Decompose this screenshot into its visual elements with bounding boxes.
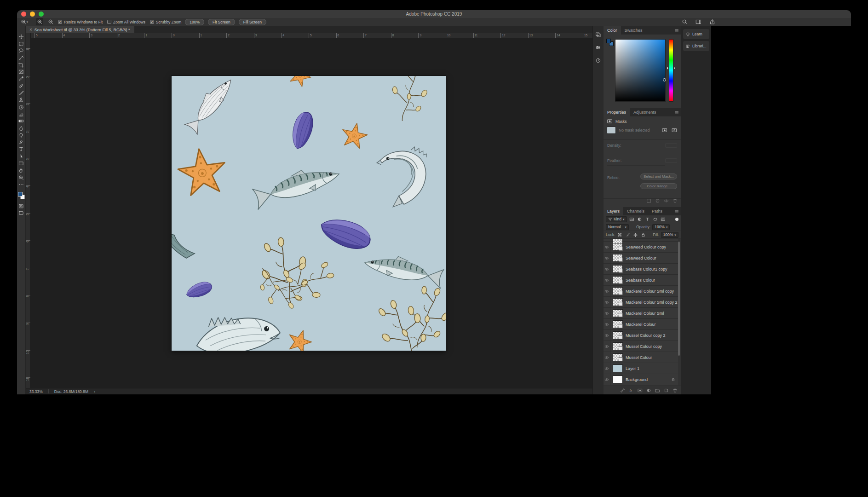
hue-slider[interactable] [669,39,673,102]
shape-filter-button[interactable] [652,216,658,222]
color-picker-marker[interactable] [663,78,666,81]
zoom-in-button[interactable] [36,18,43,25]
layer-row[interactable]: Seabass Colour [604,275,678,286]
visibility-toggle[interactable] [604,308,610,318]
layers-scrollbar[interactable] [678,242,680,356]
spot-healing-tool[interactable] [17,82,25,89]
foreground-color-mini[interactable] [606,39,611,43]
zoom-tool[interactable] [17,174,25,181]
fill-select[interactable]: 100% ▾ [661,232,678,238]
canvas[interactable] [172,76,446,351]
lock-position-button[interactable] [632,232,638,238]
option-resize-windows-to-fit[interactable]: ✓Resize Windows to Fit [58,20,103,24]
color-swatches[interactable] [17,191,25,203]
quick-selection-tool[interactable] [17,54,25,61]
layer-row[interactable]: Seaweed Colour [604,253,678,264]
tab-color[interactable]: Color [604,26,621,35]
tab-properties[interactable]: Properties [604,108,630,116]
rectangle-tool[interactable] [17,160,25,167]
saturation-brightness-field[interactable] [615,39,666,102]
status-options-chevron[interactable]: › [94,389,95,394]
opacity-select[interactable]: 100% ▾ [652,224,670,230]
tool-preset-dropdown[interactable]: ▾ [21,18,28,25]
clone-stamp-tool[interactable] [17,97,25,104]
new-group-button[interactable] [655,387,660,393]
lock-pixels-button[interactable] [625,232,631,238]
visibility-toggle[interactable] [604,297,610,307]
visibility-toggle[interactable] [604,374,610,385]
color-range-button[interactable]: Color Range... [640,183,677,189]
zoom-100-button[interactable]: 100% [185,19,204,25]
blend-mode-select[interactable]: Normal ▾ [606,224,629,230]
fullscreen-window-button[interactable] [39,12,44,17]
apply-mask-button[interactable] [655,197,660,205]
density-slider[interactable] [607,150,665,151]
hand-tool[interactable] [17,167,25,174]
lock-transparency-button[interactable] [617,232,623,238]
visibility-toggle[interactable] [604,363,610,374]
layer-row[interactable]: Mackerel Colour Sml copy 2 [604,297,678,308]
layer-row[interactable]: Layer 1 [604,363,678,374]
move-tool[interactable] [17,33,25,40]
tab-layers[interactable]: Layers [604,207,623,215]
visibility-toggle[interactable] [604,275,610,285]
visibility-toggle[interactable] [604,253,610,263]
dodge-tool[interactable] [17,132,25,139]
canvas-pasteboard[interactable] [31,38,592,388]
option-zoom-all-windows[interactable]: Zoom All Windows [107,20,145,24]
layer-row[interactable]: Mussel Colour copy [604,341,678,352]
path-selection-tool[interactable] [17,153,25,160]
delete-mask-button[interactable] [673,197,678,205]
learn-panel-button[interactable]: Learn [683,29,709,39]
add-vector-mask-button[interactable] [671,127,678,133]
quick-mask-button[interactable] [17,203,25,210]
eyedropper-tool[interactable] [17,75,25,82]
frame-tool[interactable] [17,68,25,75]
screen-mode-button[interactable] [17,210,25,217]
lasso-tool[interactable] [17,47,25,54]
foreground-color-swatch[interactable] [18,192,23,196]
visibility-toggle[interactable] [604,286,610,296]
adjustment-filter-button[interactable] [637,216,643,222]
pen-tool[interactable] [17,139,25,145]
fill-screen-button[interactable]: Fill Screen [239,19,266,25]
visibility-toggle[interactable] [604,239,610,241]
horizontal-ruler[interactable]: 543210123456789101112131415 [31,33,592,38]
visibility-toggle[interactable] [604,264,610,274]
load-selection-button[interactable] [646,197,651,205]
layer-row[interactable]: Mussel Colour [604,352,678,363]
blur-tool[interactable] [17,125,25,132]
crop-tool[interactable] [17,61,25,68]
layer-filter-kind[interactable]: Kind ▾ [606,216,627,222]
new-layer-button[interactable] [663,387,669,393]
search-button[interactable] [681,18,688,25]
layer-effects-button[interactable]: fx [628,387,634,393]
zoom-out-button[interactable] [47,18,54,25]
vertical-ruler[interactable]: 10123456789101112 [26,38,31,388]
close-tab-icon[interactable]: × [29,28,32,32]
status-zoom-field[interactable]: 33.33% [29,389,43,394]
tab-adjustments[interactable]: Adjustments [630,108,660,116]
visibility-toggle[interactable] [604,352,610,363]
visibility-toggle[interactable] [604,341,610,352]
visibility-toggle[interactable] [604,319,610,329]
ruler-origin[interactable] [26,33,31,38]
document-tab[interactable]: × Sea Worksheet.tif @ 33.3% (Pattern Fil… [26,26,134,33]
history-brush-tool[interactable] [17,104,25,110]
share-button[interactable] [708,18,716,25]
select-and-mask-button[interactable]: Select and Mask... [640,173,677,179]
type-filter-button[interactable] [644,216,650,222]
feather-slider[interactable] [607,165,665,166]
close-window-button[interactable] [21,12,26,17]
workspace-switcher-button[interactable] [695,18,702,25]
lock-all-button[interactable] [640,232,646,238]
add-layer-mask-button[interactable] [637,387,643,393]
collapsed-panel-button[interactable] [595,57,602,64]
edit-toolbar-button[interactable] [17,181,25,188]
layer-row[interactable]: Seaweed Colour copy [604,242,678,253]
minimize-window-button[interactable] [30,12,35,17]
eraser-tool[interactable] [17,110,25,117]
layer-row[interactable]: Background [604,374,678,385]
layer-row[interactable]: Mackerel Colour [604,319,678,330]
layer-filter-toggle[interactable] [675,218,678,221]
